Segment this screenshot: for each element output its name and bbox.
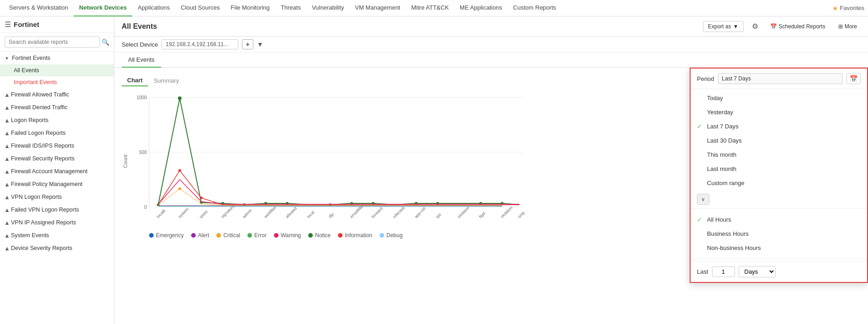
svg-text:0: 0 — [144, 205, 147, 210]
nav-vulnerability[interactable]: Vulnerability — [306, 0, 349, 16]
sidebar-item-device-severity[interactable]: ▶ Device Severity Reports — [0, 242, 114, 255]
chevron-right-icon: ▶ — [4, 93, 9, 96]
search-input[interactable] — [5, 37, 100, 48]
nav-mitre[interactable]: Mitre ATT&CK — [406, 0, 454, 16]
chart-tab[interactable]: Chart — [122, 75, 148, 86]
svg-text:violation: violation — [499, 205, 513, 219]
hours-options-list: All Hours Business Hours Non-business Ho… — [691, 211, 867, 257]
content-area: All Events Export as ▼ ⚙ 📅 Scheduled Rep… — [114, 16, 868, 324]
period-option-last-month[interactable]: Last month — [691, 162, 867, 176]
chevron-right-icon: ▶ — [4, 195, 9, 199]
hours-option-business[interactable]: Business Hours — [691, 227, 867, 241]
sidebar-item-vpn-ip[interactable]: ▶ VPN IP Assigned Reports — [0, 216, 114, 229]
sidebar-item-all-events[interactable]: All Events — [0, 64, 114, 76]
header-actions: Export as ▼ ⚙ 📅 Scheduled Reports ⊞ More — [703, 21, 861, 32]
chevron-right-icon: ▶ — [4, 208, 9, 212]
add-device-button[interactable]: + — [242, 39, 253, 49]
filter-button[interactable]: ▼ — [257, 41, 263, 48]
svg-text:forward: forward — [370, 206, 383, 219]
top-navigation: Servers & Workstation Network Devices Ap… — [0, 0, 868, 16]
svg-text:violation: violation — [456, 205, 470, 219]
chevron-right-icon: ▶ — [4, 246, 9, 250]
legend-critical: Critical — [216, 232, 240, 239]
svg-text:admin: admin — [241, 208, 252, 219]
calendar-button[interactable]: 📅 — [847, 73, 861, 84]
settings-icon-button[interactable]: ⚙ — [749, 21, 761, 32]
legend-dot-information — [338, 233, 343, 238]
nav-custom-reports[interactable]: Custom Reports — [508, 0, 562, 16]
export-button[interactable]: Export as ▼ — [703, 21, 744, 32]
period-option-last30days[interactable]: Last 30 Days — [691, 133, 867, 148]
legend-alert: Alert — [191, 232, 209, 239]
period-last-input[interactable] — [712, 266, 735, 277]
nav-cloud-sources[interactable]: Cloud Sources — [175, 0, 225, 16]
calendar-icon: 📅 — [770, 23, 777, 30]
chevron-right-icon: ▶ — [4, 144, 9, 148]
sidebar-item-policy-management[interactable]: ▶ Firewall Policy Management — [0, 178, 114, 191]
sidebar-item-system-events[interactable]: ▶ System Events — [0, 229, 114, 242]
hours-option-all[interactable]: All Hours — [691, 212, 867, 227]
sidebar-item-logon-reports[interactable]: ▶ Logon Reports — [0, 114, 114, 127]
svg-text:allowed: allowed — [284, 206, 298, 219]
svg-point-26 — [178, 96, 182, 100]
sidebar-item-failed-logon[interactable]: ▶ Failed Logon Reports — [0, 127, 114, 139]
period-days-select[interactable]: Days Hours Weeks Months — [739, 266, 776, 277]
svg-point-41 — [200, 197, 203, 199]
chevron-right-icon: ▶ — [4, 131, 9, 135]
collapse-button[interactable]: ∨ — [697, 194, 709, 205]
hours-option-nonbusiness[interactable]: Non-business Hours — [691, 241, 867, 255]
legend-emergency: Emergency — [149, 232, 184, 239]
nav-vm-management[interactable]: VM Management — [349, 0, 406, 16]
sidebar-item-firewall-denied[interactable]: ▶ Firewall Denied Traffic — [0, 101, 114, 114]
menu-icon[interactable]: ☰ — [5, 20, 11, 29]
svg-text:1000: 1000 — [137, 95, 147, 100]
tab-bar: All Events — [114, 53, 868, 68]
collapse-section: ∨ — [691, 192, 867, 207]
search-button[interactable]: 🔍 — [102, 38, 109, 46]
svg-text:Count: Count — [123, 154, 128, 168]
svg-text:ftgd: ftgd — [478, 211, 486, 219]
sidebar-item-vpn-logon[interactable]: ▶ VPN Logon Reports — [0, 191, 114, 203]
legend-dot-alert — [191, 233, 196, 238]
svg-text:local6: local6 — [155, 208, 166, 219]
period-footer-last-label: Last — [697, 268, 708, 275]
svg-point-40 — [178, 169, 181, 172]
legend-debug: Debug — [380, 232, 402, 239]
nav-me-applications[interactable]: ME Applications — [454, 0, 508, 16]
device-input[interactable] — [161, 39, 238, 49]
svg-text:infected: infected — [392, 206, 405, 219]
period-option-today[interactable]: Today — [691, 91, 867, 105]
chart-area: Chart Summary Count 1000 500 0 — [114, 68, 868, 324]
sidebar-item-ids-ips[interactable]: ▶ Firewall IDS/IPS Reports — [0, 139, 114, 152]
nav-favorites[interactable]: ★ Favorites — [832, 5, 864, 12]
legend-warning: Warning — [274, 232, 301, 239]
tab-all-events[interactable]: All Events — [122, 53, 161, 68]
chevron-right-icon: ▶ — [4, 118, 9, 122]
period-option-this-month[interactable]: This month — [691, 148, 867, 162]
summary-tab[interactable]: Summary — [148, 75, 185, 86]
nav-applications[interactable]: Applications — [132, 0, 175, 16]
star-icon: ★ — [832, 5, 838, 12]
svg-point-42 — [178, 187, 181, 190]
chart-svg: Count 1000 500 0 local6 system ipsec sig… — [122, 88, 533, 225]
nav-file-monitoring[interactable]: File Monitoring — [225, 0, 275, 16]
more-button[interactable]: ⊞ More — [835, 21, 861, 32]
nav-network-devices[interactable]: Network Devices — [74, 0, 132, 16]
sidebar-item-account-management[interactable]: ▶ Firewall Account Management — [0, 165, 114, 178]
page-title: All Events — [122, 22, 157, 31]
period-option-yesterday[interactable]: Yesterday — [691, 105, 867, 119]
nav-threats[interactable]: Threats — [275, 0, 306, 16]
sidebar-logo: Fortinet — [14, 21, 39, 28]
chevron-right-icon: ▶ — [4, 234, 9, 237]
nav-servers-workstation[interactable]: Servers & Workstation — [4, 0, 74, 16]
sidebar-item-important-events[interactable]: Important Events — [0, 76, 114, 88]
sidebar-item-firewall-allowed[interactable]: ▶ Firewall Allowed Traffic — [0, 88, 114, 101]
svg-text:smp: smp — [517, 210, 525, 219]
sidebar-group-fortinet-events[interactable]: ▼ Fortinet Events — [0, 52, 114, 64]
scheduled-reports-button[interactable]: 📅 Scheduled Reports — [766, 21, 829, 32]
sidebar-header: ☰ Fortinet — [0, 16, 114, 33]
period-option-custom-range[interactable]: Custom range — [691, 176, 867, 190]
sidebar-item-failed-vpn[interactable]: ▶ Failed VPN Logon Reports — [0, 203, 114, 216]
period-option-last7days[interactable]: Last 7 Days — [691, 119, 867, 133]
sidebar-item-security-reports[interactable]: ▶ Firewall Security Reports — [0, 152, 114, 165]
